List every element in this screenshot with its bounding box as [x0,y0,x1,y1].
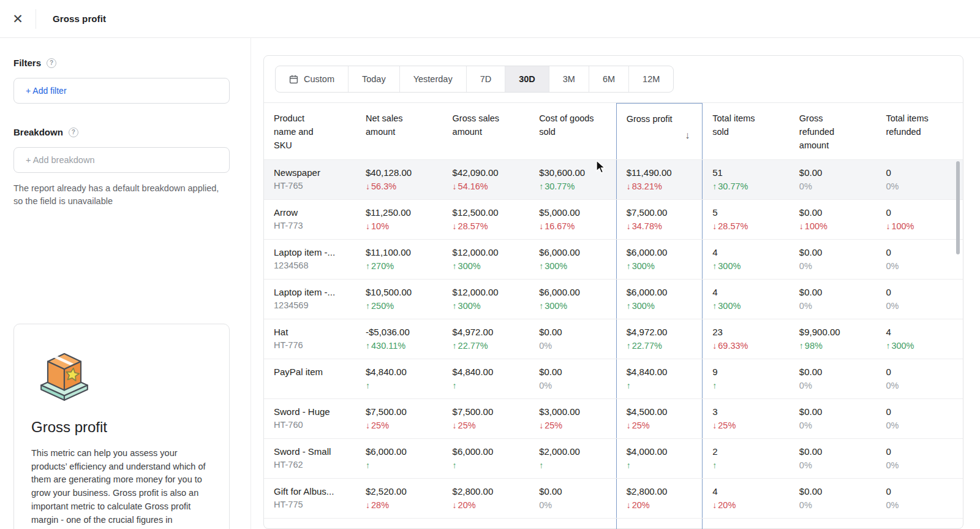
cell-net_sales_amount: $10,500.00↑250% [356,280,443,319]
tab-today[interactable]: Today [348,66,399,92]
arrow-up-icon: ↑ [712,301,717,311]
cell-value: $0.00 [799,486,867,497]
arrow-down-icon: ↓ [712,221,717,231]
cell-gross_profit: $4,000.00↑ [616,439,703,478]
arrow-up-icon: ↑ [453,301,457,311]
cell-gross_refunded_amount [790,519,876,529]
cell-gross_sales_amount: $12,000.00↑300% [443,240,530,279]
tab-custom[interactable]: Custom [276,66,348,92]
top-bar: ✕ Gross profit [0,0,980,38]
table-row[interactable]: HatHT-776-$5,036.00↑430.11%$4,972.00↑22.… [264,319,963,359]
metric-card-description: This metric can help you assess your pro… [31,447,212,529]
table-header-row: Product name and SKUNet sales amountGros… [264,102,963,159]
change-percent: 34.78% [632,221,662,231]
column-header-total_items_refunded[interactable]: Total items refunded [876,103,963,159]
change-percent: 100% [891,221,914,231]
table-row[interactable]: NewspaperHT-765$40,128.00↓56.3%$42,090.0… [264,159,963,199]
change-percent: 300% [632,261,655,271]
column-header-gross_refunded_amount[interactable]: Gross refunded amount [790,103,876,159]
cell-gross_refunded_amount: $0.000% [790,479,876,518]
column-header-net_sales_amount[interactable]: Net sales amount [356,103,443,159]
cell-net_sales_amount: $7,500.00↓25% [356,399,443,438]
cell-value: -$5,036.00 [366,327,433,337]
column-header-product[interactable]: Product name and SKU [264,103,356,159]
table-row[interactable]: ArrowHT-773$11,250.00↓10%$12,500.00↓28.5… [264,199,963,239]
column-header-total_items_sold[interactable]: Total items sold [703,103,790,159]
cell-change: ↑ [366,381,433,390]
product-name: Newspaper [274,167,346,178]
tab-label: 3M [563,74,575,84]
tab-3m[interactable]: 3M [549,66,589,92]
cell-value: $0.00 [539,486,606,497]
cell-value: $0.00 [799,167,867,178]
product-name: PayPal item [274,367,346,377]
vertical-scrollbar-thumb[interactable] [956,161,960,254]
column-header-gross_sales_amount[interactable]: Gross sales amount [443,103,530,159]
close-icon[interactable]: ✕ [0,0,36,38]
change-percent: 0% [799,301,812,311]
tab-6m[interactable]: 6M [589,66,628,92]
table-row[interactable]: Laptop item -...1234568$11,100.00↑270%$1… [264,239,963,279]
table-row[interactable]: PayPal item$4,840.00↑$4,840.00↑$0.000%$4… [264,359,963,398]
cell-change: ↑22.77% [627,341,693,351]
tab-30d[interactable]: 30D [505,66,549,92]
change-percent: 83.21% [632,181,662,191]
tab-7d[interactable]: 7D [466,66,505,92]
cell-change: 0% [539,500,606,510]
table-row[interactable]: Sword - SmallHT-762$6,000.00↑$6,000.00↑$… [264,438,963,478]
cell-net_sales_amount: $4,840.00↑ [356,359,443,398]
change-percent: 270% [371,261,394,271]
cell-net_sales_amount: $6,000.00↑ [356,439,443,478]
breakdown-help-icon[interactable]: ? [69,127,78,137]
cell-total_items_sold: 5↓28.57% [703,200,790,239]
cell-change: ↑430.11% [366,341,433,351]
arrow-down-icon: ↓ [366,221,370,231]
cell-gross_sales_amount: $4,840.00↑ [443,359,530,398]
cell-gross_refunded_amount: $0.000% [790,240,876,279]
filters-help-icon[interactable]: ? [47,58,56,68]
cell-change: ↑ [366,460,433,470]
tab-12m[interactable]: 12M [628,66,673,92]
cell-value: $42,090.00 [453,167,520,178]
cell-total_items_refunded: 00% [876,280,963,319]
table-row[interactable]: Gift for Albus...HT-775$2,520.00↓28%$2,8… [264,478,963,518]
cell-change: ↓83.21% [627,181,693,191]
change-percent: 300% [718,261,741,271]
change-percent: 300% [718,301,741,311]
cell-change: ↑ [712,460,780,470]
cell-change: ↓25% [539,421,606,430]
cell-gross_profit: $4,972.00↑22.77% [616,319,703,359]
arrow-up-icon: ↑ [366,381,370,390]
cell-value: 0 [886,207,953,218]
tab-yesterday[interactable]: Yesterday [399,66,466,92]
cell-value: $4,840.00 [366,367,433,377]
cell-change: ↑300% [886,341,953,351]
cell-change: ↑ [627,460,693,470]
add-filter-button[interactable]: + Add filter [13,78,230,104]
tab-label: 30D [519,74,535,84]
change-percent: 0% [539,381,552,390]
change-percent: 56.3% [371,181,396,191]
cell-gross_sales_amount: $12,000.00↑300% [443,280,530,319]
column-header-gross_profit[interactable]: Gross profit↓ [616,103,703,159]
sort-desc-icon[interactable]: ↓ [685,128,690,143]
cell-change: ↓56.3% [366,181,433,191]
product-sku: 1234568 [274,261,346,270]
cell-product: Laptop item -...1234568 [264,240,356,279]
table-row[interactable]: Laptop item -...1234569$10,500.00↑250%$1… [264,279,963,319]
cell-total_items_sold: 4↑300% [703,280,790,319]
cell-value: $11,100.00 [366,247,433,257]
cell-value: 0 [886,446,953,457]
cell-gross_refunded_amount: $0.00↓100% [790,200,876,239]
cell-value: $6,000.00 [539,287,606,297]
cell-cost_of_goods_sold: $6,000.00↑300% [529,240,616,279]
cell-gross_profit: $2,800.00↓20% [616,479,703,518]
table-row[interactable]: Sword - HugeHT-760$7,500.00↓25%$7,500.00… [264,398,963,438]
product-sku: HT-773 [274,221,346,230]
change-percent: 30.77% [545,181,575,191]
date-range-tabs: CustomTodayYesterday7D30D3M6M12M [275,66,674,93]
arrow-down-icon: ↓ [539,221,543,231]
cell-total_items_sold: 9↑ [703,359,790,398]
column-header-cost_of_goods_sold[interactable]: Cost of goods sold [529,103,616,159]
change-percent: 0% [886,261,899,271]
